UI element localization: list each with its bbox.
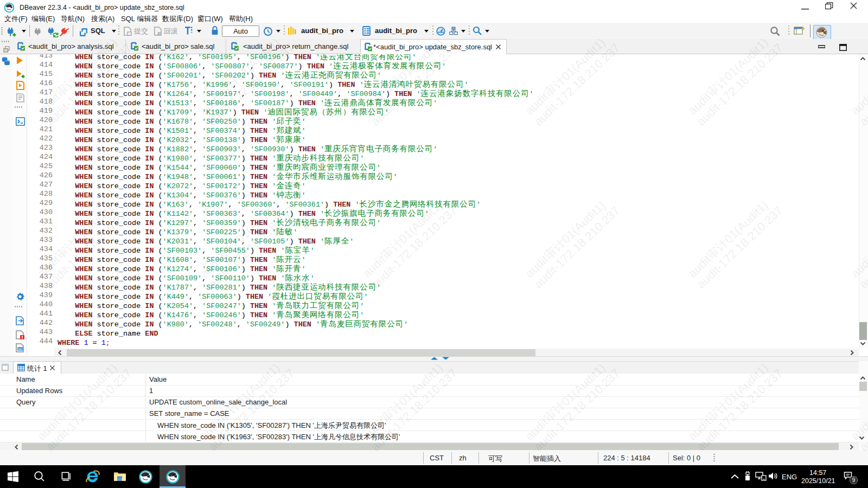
svg-text:(x): (x) [18,348,22,351]
